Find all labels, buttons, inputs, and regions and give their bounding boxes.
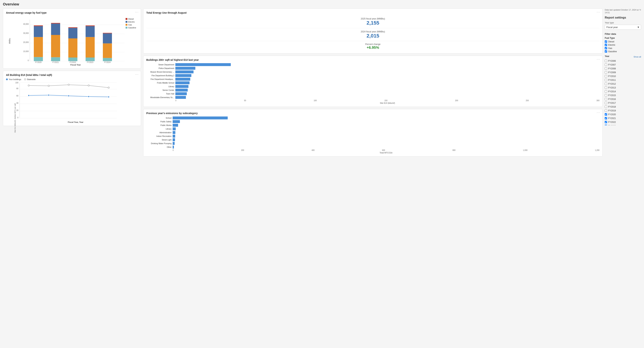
buildings-bar-track xyxy=(175,85,600,88)
year-checkbox[interactable] xyxy=(605,90,607,93)
year-checkbox[interactable] xyxy=(605,102,607,104)
buildings-bar-track xyxy=(175,89,600,92)
year-checkbox[interactable] xyxy=(605,67,607,70)
svg-text:10,000: 10,000 xyxy=(23,50,29,52)
eui-menu[interactable]: ··· xyxy=(135,73,139,76)
emissions-bar-track xyxy=(173,146,600,148)
buildings-eui-x-label: Site EUI (kbtu/sf) xyxy=(146,102,600,104)
prev-year-label: 2024 fiscal year (MMBtu) xyxy=(146,30,600,33)
current-year-label: 2025 fiscal year (MMBtu) xyxy=(146,18,600,20)
buildings-bar-track xyxy=(175,67,600,70)
year-checkbox[interactable] xyxy=(605,98,607,100)
year-checkbox[interactable] xyxy=(605,121,607,123)
buildings-eui-chart: Sewer Department Police Department Beave… xyxy=(146,63,600,104)
year-label: FY2014 xyxy=(608,90,616,93)
year-checkbox-item[interactable]: FY2009 xyxy=(605,71,641,74)
year-checkbox-item[interactable]: FY2010 xyxy=(605,75,641,78)
year-checkbox-item[interactable]: FY2007 xyxy=(605,64,641,66)
year-checkbox[interactable] xyxy=(605,117,607,119)
year-checkbox[interactable] xyxy=(605,64,607,66)
year-checkbox-item[interactable]: FY2013 xyxy=(605,86,641,89)
buildings-bar-label: Town Hall xyxy=(146,93,175,95)
year-checkbox-item[interactable]: FY2023 xyxy=(605,125,641,125)
year-checkbox[interactable] xyxy=(605,94,607,96)
fuel-type-subtitle: Fuel Type xyxy=(605,37,641,39)
year-label: FY2007 xyxy=(608,64,616,66)
year-checkbox[interactable] xyxy=(605,113,607,116)
emissions-bar-fill xyxy=(173,127,176,130)
buildings-eui-menu[interactable]: ··· xyxy=(597,58,600,61)
emissions-bar-row: Library xyxy=(146,127,600,130)
year-checkbox[interactable] xyxy=(605,106,607,108)
emissions-bar-label: Drinking Water Pumping xyxy=(146,142,173,144)
year-checkbox-item[interactable]: FY2014 xyxy=(605,90,641,93)
svg-point-54 xyxy=(48,85,50,87)
year-checkbox[interactable] xyxy=(605,79,607,81)
percent-value: +6.95% xyxy=(146,46,600,50)
svg-text:FY2023: FY2023 xyxy=(87,61,93,63)
emissions-menu[interactable]: ··· xyxy=(597,111,600,114)
buildings-bar-track xyxy=(175,92,600,95)
diesel-checkbox-item[interactable]: Diesel xyxy=(605,40,641,43)
emissions-bar-label: Library xyxy=(146,128,173,130)
year-type-select[interactable]: Fiscal year ▼ xyxy=(605,25,641,30)
year-label: FY2008 xyxy=(608,67,616,70)
diesel-legend-color xyxy=(126,18,128,20)
gasoline-checkbox[interactable] xyxy=(605,50,607,53)
year-checkbox[interactable] xyxy=(605,83,607,85)
year-checkbox-item[interactable]: FY2011 xyxy=(605,79,641,81)
diesel-checkbox[interactable] xyxy=(605,40,607,43)
statewide-legend xyxy=(24,78,26,80)
year-checkbox-item[interactable]: FY2019 xyxy=(605,109,641,112)
year-label: FY2012 xyxy=(608,83,616,85)
electric-checkbox-label: Electric xyxy=(608,44,615,46)
buildings-bar-label: Fire Department Headqua... xyxy=(146,78,175,80)
emissions-bar-track xyxy=(173,127,600,130)
show-all-link[interactable]: Show all xyxy=(634,56,641,58)
page-title: Overview xyxy=(3,2,641,6)
electric-checkbox-item[interactable]: Electric xyxy=(605,44,641,46)
annual-energy-menu[interactable]: ··· xyxy=(135,11,139,14)
year-label: FY2018 xyxy=(608,106,616,108)
year-checkbox[interactable] xyxy=(605,86,607,89)
year-checkbox-item[interactable]: FY2012 xyxy=(605,83,641,85)
year-checkbox-item[interactable]: FY2016 xyxy=(605,98,641,100)
year-checkbox[interactable] xyxy=(605,71,607,74)
year-checkbox[interactable] xyxy=(605,60,607,62)
gas-checkbox-item[interactable]: Gas xyxy=(605,47,641,50)
gasoline-checkbox-item[interactable]: Gasoline xyxy=(605,50,641,53)
svg-text:40,000: 40,000 xyxy=(23,23,29,25)
year-checkbox-item[interactable]: FY2006 xyxy=(605,60,641,62)
data-updated-text: Data last updated October 17, 2024 at 14… xyxy=(605,9,641,14)
year-checkbox-item[interactable]: FY2018 xyxy=(605,106,641,108)
year-checkbox-item[interactable]: FY2017 xyxy=(605,102,641,104)
buildings-bar-fill xyxy=(175,85,188,88)
svg-text:FY2020: FY2020 xyxy=(26,120,32,120)
svg-rect-23 xyxy=(68,27,78,28)
year-checkbox[interactable] xyxy=(605,125,607,125)
svg-point-57 xyxy=(108,87,110,88)
emissions-bar-fill xyxy=(173,135,175,138)
gas-checkbox[interactable] xyxy=(605,47,607,49)
year-checkbox-item[interactable]: FY2022 xyxy=(605,121,641,123)
svg-rect-26 xyxy=(86,37,95,58)
svg-rect-30 xyxy=(103,58,112,61)
year-checkbox[interactable] xyxy=(605,109,607,112)
year-checkbox[interactable] xyxy=(605,75,607,77)
gas-legend-color xyxy=(126,24,128,26)
total-energy-menu[interactable]: ··· xyxy=(597,11,600,14)
emissions-bar-fill xyxy=(173,146,174,148)
your-buildings-legend xyxy=(6,78,8,80)
emissions-bar-label: Street Light xyxy=(146,139,173,141)
year-checkbox-item[interactable]: FY2015 xyxy=(605,94,641,97)
svg-point-55 xyxy=(68,84,70,86)
year-checkbox-item[interactable]: FY2020 xyxy=(605,113,641,116)
refresh-icon[interactable]: ↻ xyxy=(640,9,641,11)
year-label: FY2017 xyxy=(608,102,616,104)
svg-rect-16 xyxy=(51,35,60,57)
emissions-bar-label: Indoor Recreation xyxy=(146,135,173,137)
year-checkbox-item[interactable]: FY2021 xyxy=(605,117,641,120)
electric-checkbox[interactable] xyxy=(605,44,607,46)
year-checkbox-item[interactable]: FY2008 xyxy=(605,67,641,70)
year-label: FY2009 xyxy=(608,71,616,74)
